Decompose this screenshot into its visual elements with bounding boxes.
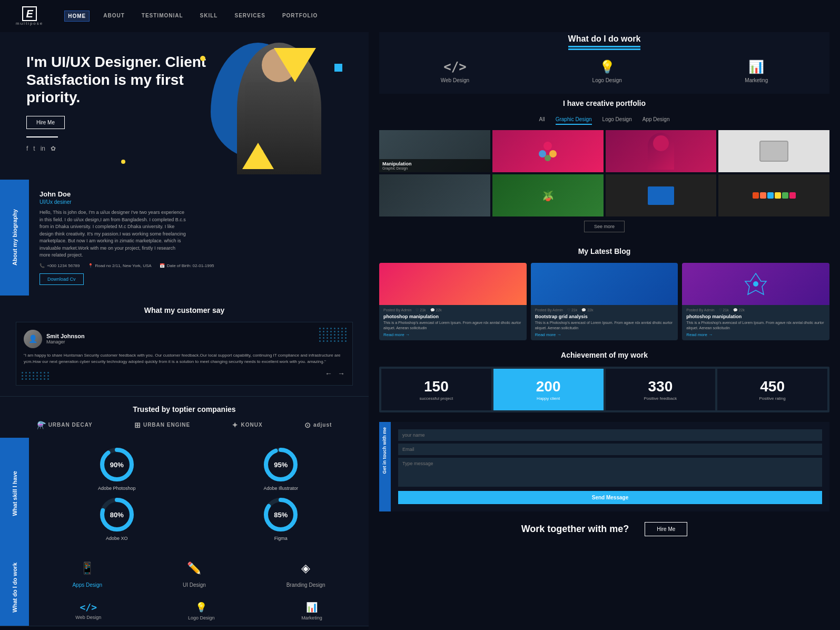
blog-title-2: Bootstrap grid analysis (535, 314, 674, 319)
blog-img-3 (682, 263, 829, 305)
blog-read-3[interactable]: Read more → (686, 332, 825, 337)
about-bio: Hello, This is john doe, I'm a ui/ux des… (39, 209, 187, 259)
nav-home[interactable]: HOME (64, 11, 90, 22)
about-role: UI/Ux desiner (39, 199, 358, 205)
about-label-bar: About my biography (0, 180, 29, 296)
right-web-label: Web Design (441, 77, 469, 83)
calendar-icon: 📅 (160, 263, 165, 268)
tab-logo-design[interactable]: Logo Design (602, 115, 632, 125)
right-marketing-label: Marketing (745, 77, 768, 83)
web-design-icon: </> (80, 602, 97, 613)
achievement-title: Achievement of my work (379, 351, 829, 359)
see-more-btn[interactable]: See more (584, 221, 625, 232)
blog-card-1: Posted By Admin ♡ 21k 💬 22k photoshop ma… (379, 263, 527, 340)
hero-title: I'm UI/UX Designer. Client Satisfaction … (26, 53, 226, 106)
portfolio-item-2[interactable] (492, 130, 604, 172)
portfolio-item-1[interactable]: Manipulation Graphic Design (379, 130, 490, 172)
service-ui-design[interactable]: ✏️ UI Design (183, 558, 206, 588)
nav-services[interactable]: SERVICES (231, 11, 268, 22)
blog-read-2[interactable]: Read more → (535, 332, 674, 337)
nav-portfolio[interactable]: PORTFOLIO (279, 11, 321, 22)
about-info: 📞 +000 1234 56789 📍 Road no 2/11, New Yo… (39, 263, 358, 268)
author-role: Manager (46, 339, 85, 344)
company-konux: ✦ KONUX (232, 421, 262, 429)
adj-icon: ⊙ (304, 421, 311, 429)
tab-graphic-design[interactable]: Graphic Design (556, 115, 592, 125)
social-linkedin[interactable]: in (41, 145, 45, 152)
svg-point-11 (545, 155, 551, 161)
logo-text: multipose (16, 21, 43, 26)
service-branding-design[interactable]: ◈ Branding Design (286, 558, 325, 588)
skill-xo-label: Adobe XO (106, 536, 128, 541)
svg-point-8 (543, 142, 552, 150)
skills-content: 90% Adobe Photoshop 95% Adobe Illustrato… (29, 438, 369, 549)
send-message-btn[interactable]: Send Message (398, 491, 822, 504)
hero-tri-bottom (242, 143, 274, 169)
tab-app-design[interactable]: App Design (643, 115, 670, 125)
skill-illustrator-label: Adobe Illustrator (263, 486, 298, 491)
social-instagram[interactable]: ✿ (51, 145, 56, 152)
ui-design-label: UI Design (183, 582, 206, 588)
prev-btn[interactable]: ← (325, 369, 332, 378)
achievement-section: Achievement of my work 150 successful pr… (379, 346, 829, 418)
skill-photoshop-label: Adobe Photoshop (98, 486, 136, 491)
portfolio-item-4[interactable] (718, 130, 829, 172)
right-services-row: </> Web Design 💡 Logo Design 📊 Marketing (379, 54, 829, 88)
portfolio-item-5[interactable] (379, 174, 490, 216)
contact-email-input[interactable] (398, 444, 822, 455)
sub-marketing: 📊 Marketing (301, 602, 322, 621)
hero-rect (334, 64, 342, 72)
blog-read-1[interactable]: Read more → (383, 332, 522, 337)
about-name: John Doe (39, 190, 358, 198)
contact-message-input[interactable] (398, 458, 822, 487)
tab-all[interactable]: All (539, 115, 545, 125)
skill-illustrator-chart: 95% (262, 446, 299, 483)
right-column: What do I do work </> Web Design 💡 Logo … (369, 32, 840, 630)
nav-about[interactable]: ABOUT (100, 11, 128, 22)
company-adjust: ⊙ adjust (304, 421, 332, 429)
testimonial-card: 👤 Smit Johnson Manager "I am happy to sh… (16, 322, 353, 386)
achievement-grid: 150 successful project 200 Happy client … (379, 367, 829, 412)
portfolio-item-6[interactable]: 🪴 (492, 174, 604, 216)
blog-likes-1: ♡ 21k (416, 308, 426, 312)
service-apps-design[interactable]: 📱 Apps Design (72, 558, 102, 588)
portfolio-title: I have creative portfolio (379, 99, 829, 107)
portfolio-tabs: All Graphic Design Logo Design App Desig… (379, 115, 829, 125)
skill-figma-chart: 85% (262, 496, 299, 533)
map-icon: 📍 (88, 263, 93, 268)
blog-meta-2: Posted By Admin ♡ 21k 💬 22k (535, 308, 674, 312)
main-nav: HOME ABOUT TESTIMONIAL SKILL SERVICES PO… (64, 11, 321, 22)
hire-me-btn[interactable]: Hire Me (645, 522, 687, 536)
blog-meta-1: Posted By Admin ♡ 21k 💬 22k (383, 308, 522, 312)
download-cv-btn[interactable]: Download Cv (39, 273, 84, 285)
blog-card-3: Posted By Admin ♡ 21k 💬 22k photoshop ma… (682, 263, 829, 340)
testimonial-nav: ← → (24, 369, 345, 378)
blog-img-1 (379, 263, 527, 305)
next-btn[interactable]: → (338, 369, 345, 378)
portfolio-item-8[interactable] (718, 174, 829, 216)
skills-label-bar: What skill I have (0, 438, 29, 549)
testimonial-author: 👤 Smit Johnson Manager (24, 330, 345, 348)
blog-likes-3: ♡ 21k (719, 308, 729, 312)
skill-figma-pct: 85% (274, 510, 288, 518)
achievement-item-2: 200 Happy client (493, 369, 604, 410)
portfolio-item-7[interactable] (606, 174, 717, 216)
contact-name-input[interactable] (398, 429, 822, 441)
blog-author-1: Posted By Admin (383, 308, 411, 312)
skills-section: What skill I have 90% Adobe Photoshop (0, 438, 369, 549)
about-content: John Doe UI/Ux desiner Hello, This is jo… (29, 180, 369, 296)
work-label: What do I do work (12, 563, 18, 613)
social-facebook[interactable]: f (26, 145, 28, 152)
social-twitter[interactable]: t (33, 145, 35, 152)
nav-testimonial[interactable]: TESTIMONIAL (139, 11, 186, 22)
web-design-label: Web Design (75, 615, 101, 620)
portfolio-item-3[interactable] (606, 130, 717, 172)
blog-title: My Latest Blog (379, 247, 829, 255)
blog-text-3: This is a Photoshop's avencast of Lorem … (686, 320, 825, 331)
skills-label: What skill I have (12, 471, 18, 516)
nav-skill[interactable]: SKILL (197, 11, 221, 22)
trusted-title: Trusted by toptier companies (16, 405, 353, 414)
apps-design-icon: 📱 (77, 558, 98, 579)
blog-author-2: Posted By Admin (535, 308, 563, 312)
hero-hire-btn[interactable]: Hire Me (26, 116, 65, 129)
